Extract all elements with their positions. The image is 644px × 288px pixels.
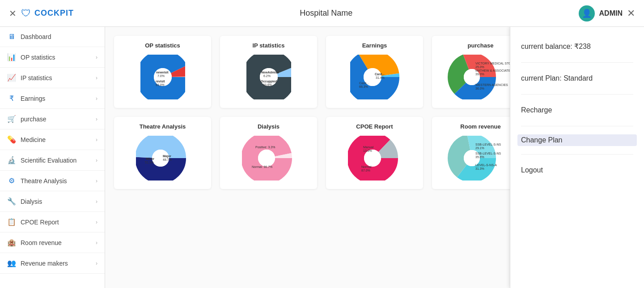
sidebar-item-room-revenue[interactable]: 🏨 Room revenue › bbox=[0, 232, 105, 253]
sidebar-item-scientific-evaluation[interactable]: 🔬 Scientific Evaluation › bbox=[0, 150, 105, 171]
sidebar-item-dialysis[interactable]: 🔧 Dialysis › bbox=[0, 191, 105, 212]
header-right: 👤 ADMIN ✕ bbox=[579, 5, 635, 21]
chart-area-theatre: Minor 51.3% Major 48.7% bbox=[119, 133, 207, 183]
chevron-right-icon: › bbox=[96, 260, 97, 267]
header-left: ✕ 🛡 COCKPIT bbox=[9, 8, 74, 19]
current-plan: current Plan: Standard bbox=[521, 73, 633, 84]
sidebar-label-dialysis: Dialysis bbox=[21, 198, 42, 205]
sidebar-item-dashboard[interactable]: 🖥 Dashboard bbox=[0, 27, 105, 47]
sidebar-label-revenue-makers: Revenue makers bbox=[21, 260, 68, 267]
sidebar-item-revenue-makers[interactable]: 👥 Revenue makers › bbox=[0, 253, 105, 274]
shield-icon: 🛡 bbox=[21, 8, 31, 19]
svg-text:LEVEL-S-NS-A: LEVEL-S-NS-A bbox=[475, 163, 497, 167]
recharge-button[interactable]: Recharge bbox=[521, 104, 633, 116]
chevron-right-icon: › bbox=[96, 178, 97, 184]
chart-area-cpoe: Manual 13.0% Normal 87.0% bbox=[330, 133, 419, 183]
divider2 bbox=[521, 94, 633, 95]
sidebar-label-op-statistics: OP statistics bbox=[21, 54, 55, 61]
divider1 bbox=[521, 62, 633, 63]
svg-text:SSB-LEVEL-S-NS: SSB-LEVEL-S-NS bbox=[475, 143, 501, 146]
chart-area-earnings: Card... 31.4% Cash... 66.3% bbox=[330, 52, 419, 102]
svg-point-51 bbox=[258, 150, 275, 167]
chart-dialysis: Dialysis Positive: 3.3% Normal: 96.7% bbox=[220, 117, 317, 189]
dialysis-icon: 🔧 bbox=[7, 197, 16, 206]
chevron-right-icon: › bbox=[96, 95, 97, 102]
svg-text:Normal: 96.7%: Normal: 96.7% bbox=[252, 165, 272, 168]
medicine-icon: 💊 bbox=[7, 135, 16, 144]
chevron-right-icon: › bbox=[96, 240, 97, 246]
svg-text:WESTERN AGENCIES: WESTERN AGENCIES bbox=[475, 83, 508, 86]
hospital-name: Hospital Name bbox=[300, 9, 352, 18]
chevron-right-icon: › bbox=[96, 219, 97, 225]
purchase-icon: 🛒 bbox=[7, 115, 16, 123]
chart-title-op-statistics: OP statistics bbox=[119, 42, 207, 49]
svg-text:25.0%: 25.0% bbox=[475, 65, 484, 69]
chart-theatre-analysis: Theatre Analysis Minor 51.3% Major 48.7% bbox=[114, 117, 211, 189]
sidebar-item-earnings[interactable]: ₹ Earnings › bbox=[0, 88, 105, 109]
svg-text:93.0%: 93.0% bbox=[156, 83, 165, 86]
sidebar-label-dashboard: Dashboard bbox=[21, 33, 51, 40]
revenue-makers-icon: 👥 bbox=[7, 259, 16, 267]
header-close-left-icon[interactable]: ✕ bbox=[9, 8, 17, 19]
op-statistics-icon: 📊 bbox=[7, 53, 16, 61]
svg-text:36.0%: 36.0% bbox=[475, 87, 484, 90]
sidebar-item-purchase[interactable]: 🛒 purchase › bbox=[0, 109, 105, 129]
svg-text:Card...: Card... bbox=[375, 73, 385, 76]
chevron-right-icon: › bbox=[96, 157, 97, 163]
logout-button[interactable]: Logout bbox=[521, 164, 633, 176]
sidebar-item-theatre-analysis[interactable]: ⚙ Theatre Analysis › bbox=[0, 171, 105, 191]
svg-text:87.0%: 87.0% bbox=[361, 169, 370, 172]
svg-text:7.0%: 7.0% bbox=[157, 74, 165, 77]
chevron-right-icon: › bbox=[96, 54, 97, 60]
chart-title-dialysis: Dialysis bbox=[225, 123, 313, 130]
svg-text:93.8%: 93.8% bbox=[263, 83, 272, 86]
chevron-right-icon: › bbox=[96, 116, 97, 122]
svg-text:NewAdmiss: NewAdmiss bbox=[261, 71, 279, 74]
svg-text:Cash...: Cash... bbox=[359, 82, 369, 85]
sidebar-label-theatre-analysis: Theatre Analysis bbox=[21, 177, 67, 185]
app-title: COCKPIT bbox=[34, 9, 74, 18]
chart-title-earnings: Earnings bbox=[330, 42, 419, 49]
svg-text:Manual: Manual bbox=[363, 146, 373, 149]
cpoe-icon: 📋 bbox=[7, 218, 16, 226]
svg-text:66.3%: 66.3% bbox=[359, 85, 368, 88]
sidebar-label-ip-statistics: IP statistics bbox=[21, 74, 52, 82]
chevron-right-icon: › bbox=[96, 198, 97, 205]
chart-area-ip-statistics: NewAdmiss 6.2% Occuppied 93.8% bbox=[225, 52, 313, 102]
svg-text:Occuppied: Occuppied bbox=[261, 80, 277, 83]
dropdown-panel: current balance: ₹238 current Plan: Stan… bbox=[510, 27, 644, 288]
chart-op-statistics: OP statistics newvisit 7.0% revisit 93.0… bbox=[114, 36, 211, 108]
header-close-right-icon[interactable]: ✕ bbox=[627, 8, 635, 19]
svg-text:revisit: revisit bbox=[156, 80, 165, 83]
sidebar-label-cpoe-report: CPOE Report bbox=[21, 219, 59, 226]
svg-text:31.3%: 31.3% bbox=[475, 167, 484, 170]
chart-title-cpoe-report: CPOE Report bbox=[330, 123, 419, 130]
chart-title-ip-statistics: IP statistics bbox=[225, 42, 313, 49]
change-plan-button[interactable]: Change Plan bbox=[517, 134, 637, 146]
avatar-icon: 👤 bbox=[582, 9, 592, 18]
chart-cpoe-report: CPOE Report Manual 13.0% Normal 87.0% bbox=[326, 117, 423, 189]
logo: 🛡 COCKPIT bbox=[21, 8, 74, 19]
sidebar-item-ip-statistics[interactable]: 📈 IP statistics › bbox=[0, 68, 105, 88]
chevron-right-icon: › bbox=[96, 75, 97, 81]
admin-name: ADMIN bbox=[599, 9, 623, 17]
sidebar-item-cpoe-report[interactable]: 📋 CPOE Report › bbox=[0, 212, 105, 232]
svg-text:Major: Major bbox=[163, 155, 171, 158]
svg-text:MATHEW & ASSOCIATE: MATHEW & ASSOCIATE bbox=[475, 69, 511, 72]
ip-statistics-icon: 📈 bbox=[7, 73, 16, 82]
svg-text:newvisit: newvisit bbox=[156, 71, 169, 74]
svg-text:35.6%: 35.6% bbox=[475, 155, 484, 159]
sidebar-item-medicine[interactable]: 💊 Medicine › bbox=[0, 129, 105, 150]
chart-title-theatre-analysis: Theatre Analysis bbox=[119, 123, 207, 130]
sidebar-label-room-revenue: Room revenue bbox=[21, 239, 62, 246]
chart-area-dialysis: Positive: 3.3% Normal: 96.7% bbox=[225, 133, 313, 183]
sidebar-item-op-statistics[interactable]: 📊 OP statistics › bbox=[0, 47, 105, 68]
chart-area-op-statistics: newvisit 7.0% revisit 93.0% bbox=[119, 52, 207, 102]
svg-text:31.4%: 31.4% bbox=[376, 76, 385, 79]
svg-text:48.7%: 48.7% bbox=[163, 158, 172, 161]
earnings-icon: ₹ bbox=[7, 94, 16, 103]
app-header: ✕ 🛡 COCKPIT Hospital Name 👤 ADMIN ✕ bbox=[0, 0, 644, 27]
room-revenue-icon: 🏨 bbox=[7, 238, 16, 247]
divider4 bbox=[521, 154, 633, 155]
scientific-icon: 🔬 bbox=[7, 156, 16, 164]
